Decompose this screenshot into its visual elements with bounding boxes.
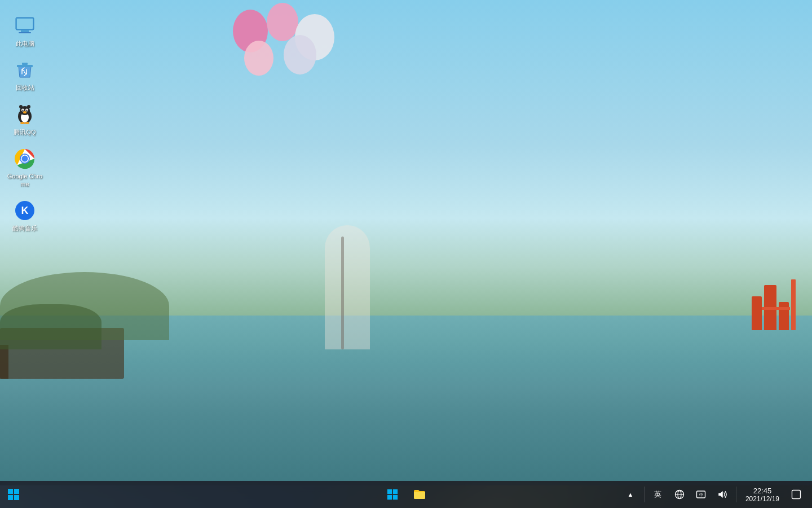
svg-point-14: [20, 122, 25, 124]
desktop-icon-kuwo[interactable]: K 酷狗音乐: [5, 196, 45, 235]
input-method-icon[interactable]: 中: [692, 485, 710, 503]
tray-expand-button[interactable]: ▲: [621, 485, 639, 503]
balloon-white-2: [284, 35, 316, 75]
svg-point-21: [22, 155, 28, 161]
person-body: [325, 225, 370, 349]
svg-rect-31: [387, 489, 392, 494]
desktop-icon-recycle[interactable]: 回收站: [5, 55, 45, 95]
svg-point-12: [26, 110, 27, 111]
tray-separator-2: [736, 487, 736, 502]
qq-icon-image: [14, 103, 36, 126]
buildings-area: [752, 279, 796, 330]
globe-icon: [674, 489, 685, 500]
chrome-icon-image: [14, 147, 36, 170]
svg-rect-30: [14, 495, 19, 500]
notification-icon: [791, 489, 801, 500]
svg-point-11: [22, 110, 23, 111]
svg-rect-1: [17, 19, 33, 29]
taskbar-windows-button[interactable]: [380, 482, 405, 507]
clock-date: 2021/12/19: [745, 495, 779, 503]
recycle-icon-image: [14, 59, 36, 81]
computer-icon-label: 此电脑: [16, 40, 34, 47]
svg-rect-32: [393, 489, 398, 494]
balloon-pink-3: [244, 41, 273, 76]
ime-icon: 中: [696, 489, 706, 500]
notification-center-button[interactable]: [787, 485, 805, 503]
desktop-icons-container: 此电脑 回收站: [0, 6, 45, 242]
building-3: [779, 302, 789, 330]
speaker-icon: [717, 489, 727, 500]
desktop: 此电脑 回收站: [0, 0, 812, 508]
svg-point-16: [19, 105, 23, 108]
greenery-left-2: [0, 304, 102, 349]
folder-icon: [413, 488, 426, 501]
taskbar-file-explorer[interactable]: [407, 482, 432, 507]
sound-icon[interactable]: [713, 485, 731, 503]
crane-arm: [762, 307, 790, 310]
kuwo-icon-image: K: [14, 199, 36, 222]
taskbar: ▲ 英 中: [0, 481, 812, 508]
crane-mast: [791, 279, 796, 330]
computer-icon-svg: [14, 15, 36, 37]
recycle-icon-label: 回收站: [16, 84, 34, 91]
taskbar-windows-icon: [386, 488, 399, 501]
svg-rect-34: [393, 495, 398, 500]
windows-logo-icon: [7, 488, 20, 501]
kuwo-icon-svg: K: [14, 200, 36, 221]
network-icon[interactable]: [670, 485, 689, 503]
svg-rect-3: [19, 32, 31, 33]
clock-area[interactable]: 22:45 2021/12/19: [741, 485, 784, 504]
svg-rect-29: [8, 495, 13, 500]
desktop-icon-qq[interactable]: 腾讯QQ: [5, 100, 45, 139]
computer-icon-image: [14, 15, 36, 37]
svg-point-17: [27, 105, 30, 108]
qq-icon-label: 腾讯QQ: [14, 128, 36, 136]
svg-text:中: 中: [699, 493, 703, 497]
language-indicator[interactable]: 英: [649, 485, 667, 503]
start-button[interactable]: [0, 481, 27, 508]
chrome-icon-label: Google Chrome: [7, 172, 43, 189]
kuwo-icon-label: 酷狗音乐: [12, 224, 37, 232]
language-label: 英: [654, 489, 661, 500]
svg-rect-27: [8, 489, 13, 494]
svg-rect-4: [17, 65, 33, 67]
recycle-icon-svg: [14, 59, 36, 81]
taskbar-left: [0, 481, 27, 508]
wallpaper-background: [0, 0, 812, 485]
building-1: [752, 296, 762, 330]
taskbar-tray: ▲ 英 中: [621, 481, 812, 508]
chrome-icon-svg: [14, 148, 36, 169]
desktop-icon-chrome[interactable]: Google Chrome: [5, 144, 45, 192]
svg-rect-5: [22, 63, 28, 65]
svg-rect-28: [14, 489, 19, 494]
svg-rect-33: [387, 495, 392, 500]
qq-icon-svg: [14, 104, 36, 125]
tray-expand-icon: ▲: [627, 491, 633, 498]
balloon-pink-2: [267, 3, 298, 41]
desktop-icon-computer[interactable]: 此电脑: [5, 11, 45, 51]
svg-rect-2: [21, 30, 29, 32]
balloon-group: [227, 10, 340, 151]
taskbar-pinned-items: [380, 482, 432, 507]
clock-time: 22:45: [753, 487, 772, 495]
svg-point-13: [23, 111, 27, 113]
svg-point-15: [25, 122, 29, 124]
svg-rect-42: [792, 491, 801, 499]
pier-post-1: [0, 345, 8, 379]
tray-separator-1: [644, 487, 645, 502]
svg-text:K: K: [21, 205, 29, 216]
